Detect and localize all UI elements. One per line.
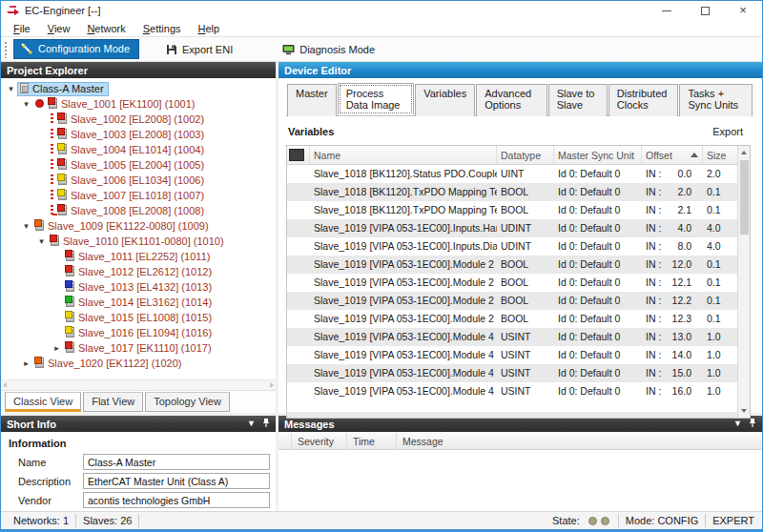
expander-icon[interactable]: ▸ <box>51 343 63 353</box>
tree-item-slave-1003[interactable]: Slave_1003 [EL2008] (1003) <box>1 127 276 142</box>
tree-item-slave-1017[interactable]: ▸Slave_1017 [EK1110] (1017) <box>1 340 276 356</box>
table-row[interactable]: Slave_1019 [VIPA 053-1EC00].Inputs.Diagn… <box>287 237 737 256</box>
tree-item-content[interactable]: Class-A Master <box>17 82 109 96</box>
column-header-severity[interactable]: Severity <box>292 433 347 449</box>
tree-item-content[interactable]: Slave_1005 [EL2004] (1005) <box>48 158 209 173</box>
view-tab-classic-view[interactable]: Classic View <box>5 392 81 412</box>
panel-menu-chevron-icon[interactable]: ▼ <box>733 419 742 428</box>
tree-item-content[interactable]: Slave_1006 [EL1034] (1006) <box>48 174 209 188</box>
minimize-button[interactable] <box>648 1 686 20</box>
close-button[interactable]: × <box>724 1 762 20</box>
tree-item-content[interactable]: Slave_1012 [EL2612] (1012) <box>63 265 217 279</box>
menu-file[interactable]: File <box>5 22 39 35</box>
column-header-name[interactable]: Name <box>310 146 497 164</box>
tab-process-data-image[interactable]: Process Data Image <box>338 83 415 115</box>
scroll-down-icon[interactable] <box>738 404 750 418</box>
menu-help[interactable]: Help <box>190 22 229 35</box>
tab-slave-to-slave[interactable]: Slave to Slave <box>548 84 608 116</box>
table-row[interactable]: Slave_1019 [VIPA 053-1EC00].Module 2 (02… <box>287 274 737 292</box>
toolbar-grip-handle[interactable] <box>4 41 9 58</box>
tree-item-content[interactable]: Slave_1004 [EL1014] (1004) <box>48 143 209 157</box>
tab-distributed-clocks[interactable]: Distributed Clocks <box>608 84 679 116</box>
column-header-size[interactable]: Size <box>703 146 737 164</box>
tree-item-content[interactable]: Slave_1013 [EL4132] (1013) <box>63 280 217 295</box>
description-field[interactable] <box>83 473 270 489</box>
tree-item-slave-1016[interactable]: Slave_1016 [EL1094] (1016) <box>1 325 276 340</box>
vendor-field[interactable] <box>83 492 270 508</box>
tree-item-content[interactable]: Slave_1017 [EK1110] (1017) <box>63 341 217 356</box>
tree-item-content[interactable]: Slave_1002 [EL2008] (1002) <box>48 113 209 127</box>
table-row[interactable]: Slave_1019 [VIPA 053-1EC00].Module 2 (02… <box>287 292 737 310</box>
expander-icon[interactable]: ▾ <box>20 221 32 231</box>
diagnosis-mode-button[interactable]: Diagnosis Mode <box>282 44 375 55</box>
tree-item-slave-1012[interactable]: Slave_1012 [EL2612] (1012) <box>1 264 276 279</box>
table-row[interactable]: Slave_1019 [VIPA 053-1EC00].Module 4 (04… <box>287 328 737 346</box>
tree-item-slave-1015[interactable]: Slave_1015 [EL1008] (1015) <box>1 310 276 325</box>
table-vertical-scrollbar[interactable] <box>737 146 750 418</box>
scrollbar-thumb[interactable] <box>740 160 749 235</box>
tree-item-slave-1006[interactable]: Slave_1006 [EL1034] (1006) <box>1 173 276 188</box>
menu-settings[interactable]: Settings <box>134 22 190 35</box>
pin-icon[interactable] <box>262 419 270 430</box>
tree-horizontal-scrollbar[interactable] <box>1 379 276 390</box>
expander-icon[interactable]: ▸ <box>20 358 32 368</box>
configuration-mode-button[interactable]: Configuration Mode <box>13 39 139 59</box>
tree-item-content[interactable]: Slave_1010 [EK1101-0080] (1010) <box>48 235 229 249</box>
column-header-time[interactable]: Time <box>347 433 397 449</box>
table-row[interactable]: Slave_1018 [BK1120].Status PDO.CouplerSt… <box>287 165 737 183</box>
tree-item-slave-1002[interactable]: Slave_1002 [EL2008] (1002) <box>1 112 276 127</box>
table-row[interactable]: Slave_1019 [VIPA 053-1EC00].Module 4 (04… <box>287 364 737 382</box>
menu-view[interactable]: View <box>39 22 79 35</box>
column-header-datatype[interactable]: Datatype <box>497 146 554 164</box>
tree-item-slave-1004[interactable]: Slave_1004 [EL1014] (1004) <box>1 142 276 157</box>
menu-network[interactable]: Network <box>78 22 134 35</box>
scroll-up-icon[interactable] <box>738 146 750 159</box>
tree-item-content[interactable]: Slave_1020 [EK1122] (1020) <box>32 357 186 371</box>
tree-item-slave-1014[interactable]: Slave_1014 [EL3162] (1014) <box>1 295 276 310</box>
column-header-message[interactable]: Message <box>397 433 762 449</box>
scroll-right-icon[interactable] <box>270 382 274 388</box>
tree-item-content[interactable]: Slave_1011 [EL2252] (1011) <box>63 250 215 264</box>
tree-item-slave-1001[interactable]: ▾Slave_1001 [EK1100] (1001) <box>1 96 276 112</box>
tree-item-slave-1009[interactable]: ▾Slave_1009 [EK1122-0080] (1009) <box>1 218 276 234</box>
tree-item-slave-1011[interactable]: Slave_1011 [EL2252] (1011) <box>1 249 276 264</box>
column-header-master-sync-unit[interactable]: Master Sync Unit <box>554 146 642 164</box>
tab-advanced-options[interactable]: Advanced Options <box>476 84 546 116</box>
export-button[interactable]: Export <box>712 126 751 137</box>
tab-tasks-sync-units[interactable]: Tasks + Sync Units <box>679 84 753 116</box>
expander-icon[interactable]: ▾ <box>20 99 32 109</box>
column-header-offset[interactable]: Offset <box>642 146 703 164</box>
tree-item-content[interactable]: Slave_1016 [EL1094] (1016) <box>63 326 217 340</box>
tree-item-content[interactable]: Slave_1007 [EL1018] (1007) <box>48 189 209 203</box>
tree-item-slave-1005[interactable]: Slave_1005 [EL2004] (1005) <box>1 157 276 173</box>
export-eni-button[interactable]: Export ENI <box>166 44 233 55</box>
table-row[interactable]: Slave_1019 [VIPA 053-1EC00].Inputs.Hardw… <box>287 219 737 237</box>
select-all-icon[interactable] <box>289 149 304 161</box>
tab-master[interactable]: Master <box>287 84 337 116</box>
expander-icon[interactable]: ▾ <box>5 84 17 93</box>
table-row[interactable]: Slave_1019 [VIPA 053-1EC00].Module 4 (04… <box>287 382 737 400</box>
table-row[interactable]: Slave_1019 [VIPA 053-1EC00].Module 2 (02… <box>287 310 737 328</box>
tab-variables[interactable]: Variables <box>415 84 475 116</box>
table-row[interactable]: Slave_1019 [VIPA 053-1EC00].Module 2 (02… <box>287 256 737 274</box>
view-tab-flat-view[interactable]: Flat View <box>83 392 143 412</box>
expander-icon[interactable]: ▾ <box>35 236 48 246</box>
tree-item-content[interactable]: Slave_1008 [EL2008] (1008) <box>48 204 209 218</box>
tree-item-content[interactable]: Slave_1001 [EK1100] (1001) <box>32 97 199 112</box>
tree-item-content[interactable]: Slave_1015 [EL1008] (1015) <box>63 311 217 325</box>
tree-item-slave-1020[interactable]: ▸Slave_1020 [EK1122] (1020) <box>1 356 276 371</box>
pin-icon[interactable] <box>749 419 756 430</box>
tree-item-class-a[interactable]: ▾Class-A Master <box>1 81 276 96</box>
tree-item-content[interactable]: Slave_1003 [EL2008] (1003) <box>48 128 209 142</box>
view-tab-topology-view[interactable]: Topology View <box>145 392 230 412</box>
panel-menu-chevron-icon[interactable]: ▼ <box>247 419 256 428</box>
scroll-left-icon[interactable] <box>3 382 7 388</box>
tree-item-content[interactable]: Slave_1009 [EK1122-0080] (1009) <box>32 219 214 234</box>
select-all-header-cell[interactable] <box>287 146 310 164</box>
tree-item-slave-1008[interactable]: Slave_1008 [EL2008] (1008) <box>1 203 276 218</box>
tree-item-slave-1013[interactable]: Slave_1013 [EL4132] (1013) <box>1 279 276 295</box>
maximize-button[interactable] <box>686 1 724 20</box>
name-field[interactable] <box>83 454 270 470</box>
tree-item-content[interactable]: Slave_1014 [EL3162] (1014) <box>63 296 217 310</box>
table-row[interactable]: Slave_1019 [VIPA 053-1EC00].Module 4 (04… <box>287 346 737 364</box>
